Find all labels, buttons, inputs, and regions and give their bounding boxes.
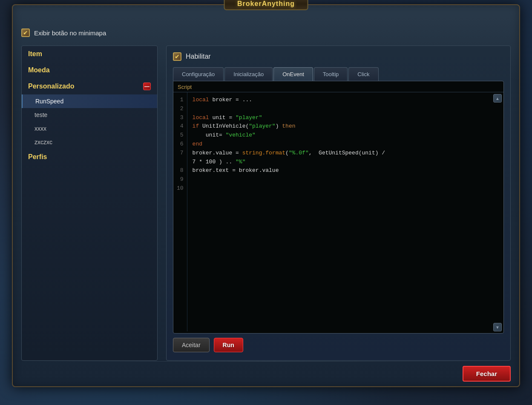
- footer-divider: [21, 361, 511, 362]
- sidebar-item-personalizado[interactable]: Personalizado —: [22, 78, 157, 94]
- sidebar-item-xxxx[interactable]: xxxx: [22, 122, 157, 135]
- tab-onevent[interactable]: OnEvent: [273, 67, 313, 81]
- aceitar-button[interactable]: Aceitar: [173, 338, 210, 352]
- code-editor[interactable]: local broker = ... local unit = "player"…: [187, 92, 503, 331]
- run-button[interactable]: Run: [214, 338, 243, 352]
- remove-personalizado-button[interactable]: —: [143, 83, 151, 90]
- sidebar-item-teste[interactable]: teste: [22, 108, 157, 122]
- fechar-button[interactable]: Fechar: [463, 366, 511, 382]
- main-window: BrokerAnything ✔ Exibir botão no minimap…: [12, 4, 520, 387]
- scroll-down-button[interactable]: ▼: [493, 323, 502, 331]
- tab-click[interactable]: Click: [348, 67, 378, 81]
- script-container: Script 1 2 3 4 5 6 7 8 9 10 local broker…: [173, 81, 504, 334]
- habilitar-label: Habilitar: [186, 53, 211, 60]
- personalizado-label: Personalizado: [28, 83, 74, 90]
- title-bar: BrokerAnything: [224, 0, 308, 10]
- left-panel: Item Moeda Personalizado — RunSpeed test…: [21, 46, 158, 361]
- bottom-buttons: Aceitar Run: [173, 338, 504, 352]
- sidebar-item-moeda[interactable]: Moeda: [22, 62, 157, 78]
- scroll-up-button[interactable]: ▲: [493, 94, 502, 103]
- sidebar-item-item[interactable]: Item: [22, 46, 157, 62]
- tab-configuracao[interactable]: Configuração: [173, 67, 224, 81]
- tab-tooltip[interactable]: Tooltip: [314, 67, 348, 81]
- minimap-checkbox[interactable]: ✔: [21, 29, 30, 37]
- minimap-label: Exibir botão no minimapa: [34, 29, 106, 37]
- script-label: Script: [173, 81, 503, 92]
- habilitar-checkbox[interactable]: ✔: [173, 52, 181, 61]
- line-numbers: 1 2 3 4 5 6 7 8 9 10: [173, 92, 187, 331]
- habilitar-row: ✔ Habilitar: [173, 52, 504, 61]
- window-title: BrokerAnything: [237, 0, 295, 7]
- sidebar-item-runspeed[interactable]: RunSpeed: [22, 94, 157, 108]
- sidebar-item-perfis[interactable]: Perfis: [22, 149, 157, 165]
- sidebar-item-zxczxc[interactable]: zxczxc: [22, 135, 157, 149]
- right-panel: ✔ Habilitar Configuração Inicialização O…: [166, 46, 511, 361]
- script-content: 1 2 3 4 5 6 7 8 9 10 local broker = ... …: [173, 92, 503, 331]
- footer-bar: Fechar: [21, 365, 511, 382]
- tab-inicializacao[interactable]: Inicialização: [224, 67, 273, 81]
- tabs-row: Configuração Inicialização OnEvent Toolt…: [173, 67, 504, 81]
- top-bar: ✔ Exibir botão no minimapa: [21, 29, 106, 37]
